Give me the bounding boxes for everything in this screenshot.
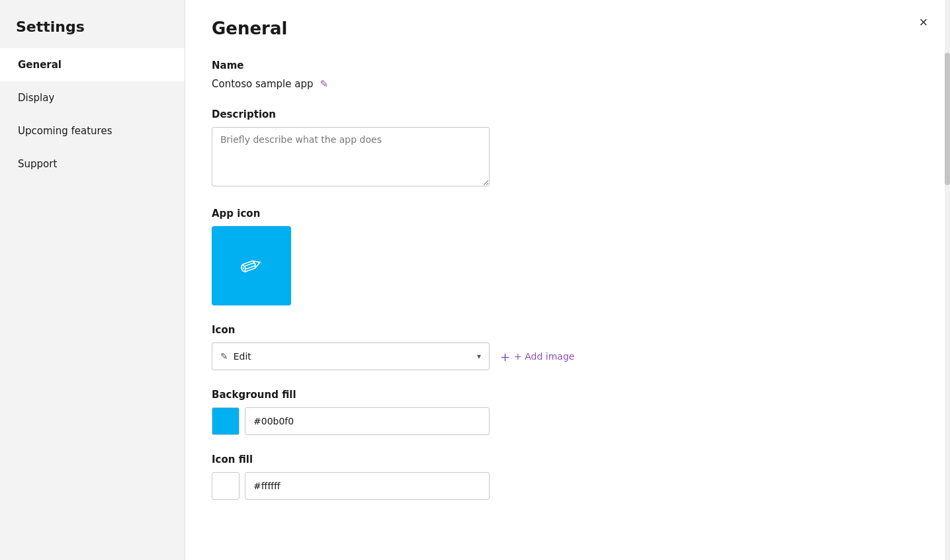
sidebar-item-display[interactable]: Display <box>0 81 185 114</box>
name-label: Name <box>212 60 749 71</box>
description-textarea[interactable] <box>212 127 490 186</box>
background-fill-row <box>212 407 749 435</box>
sidebar-navigation: General Display Upcoming features Suppor… <box>0 48 185 180</box>
app-icon-label: App icon <box>212 208 749 220</box>
icon-dropdown-value: Edit <box>234 351 251 362</box>
app-icon-section: App icon ✏ <box>212 208 749 305</box>
name-value: Contoso sample app <box>212 78 314 90</box>
icon-fill-row <box>212 472 749 500</box>
chevron-down-icon: ▾ <box>477 352 481 361</box>
page-title: General <box>212 19 749 38</box>
background-color-input[interactable] <box>245 407 490 435</box>
description-label: Description <box>212 108 749 120</box>
scrollbar-thumb[interactable] <box>945 53 950 185</box>
icon-dropdown-pencil: ✎ <box>220 351 228 362</box>
main-content: × General Name Contoso sample app ✎ Desc… <box>185 0 950 560</box>
sidebar-item-general[interactable]: General <box>0 48 185 81</box>
add-image-label: + Add image <box>514 351 574 362</box>
icon-fill-section: Icon fill <box>212 454 749 500</box>
name-edit-icon[interactable]: ✎ <box>320 78 329 90</box>
sidebar-item-support[interactable]: Support <box>0 147 185 180</box>
settings-sidebar: Settings General Display Upcoming featur… <box>0 0 185 560</box>
icon-section: Icon ✎ Edit ▾ + + Add image <box>212 324 749 370</box>
name-section: Name Contoso sample app ✎ <box>212 60 749 90</box>
plus-icon: + <box>500 350 510 364</box>
sidebar-item-upcoming-features[interactable]: Upcoming features <box>0 114 185 147</box>
app-icon-pencil-icon: ✏ <box>236 248 267 284</box>
app-icon-preview[interactable]: ✏ <box>212 226 291 305</box>
background-fill-label: Background fill <box>212 389 749 401</box>
icon-label: Icon <box>212 324 749 336</box>
icon-fill-label: Icon fill <box>212 454 749 465</box>
add-image-button[interactable]: + + Add image <box>500 350 574 364</box>
content-area: General Name Contoso sample app ✎ Descri… <box>185 0 781 545</box>
icon-row: ✎ Edit ▾ + + Add image <box>212 342 749 370</box>
background-fill-section: Background fill <box>212 389 749 435</box>
scrollbar-track <box>945 0 950 560</box>
close-button[interactable]: × <box>913 12 934 33</box>
name-row: Contoso sample app ✎ <box>212 78 749 90</box>
description-section: Description <box>212 108 749 189</box>
background-color-swatch[interactable] <box>212 407 239 435</box>
icon-dropdown-left: ✎ Edit <box>220 351 251 362</box>
icon-color-swatch[interactable] <box>212 472 239 500</box>
icon-color-input[interactable] <box>245 472 490 500</box>
icon-dropdown[interactable]: ✎ Edit ▾ <box>212 342 490 370</box>
sidebar-title: Settings <box>0 0 185 48</box>
